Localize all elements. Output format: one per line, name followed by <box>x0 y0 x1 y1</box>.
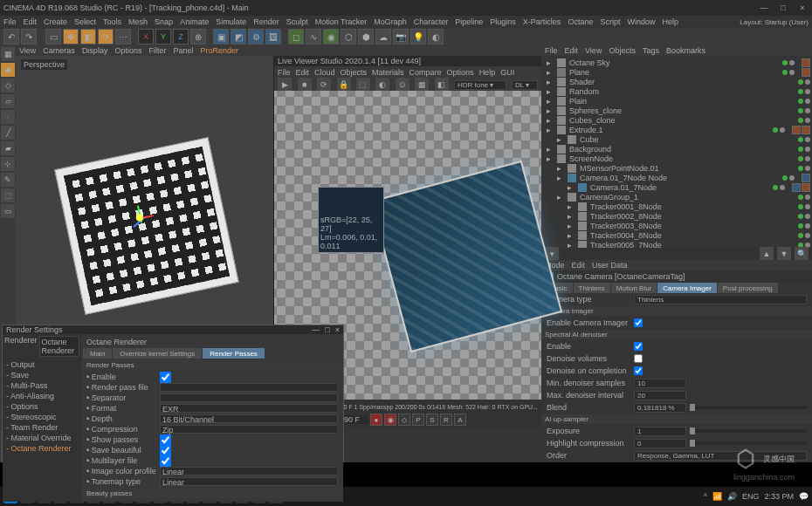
menu-create[interactable]: Create <box>44 17 67 26</box>
camera-type-dropdown[interactable]: Thinlens <box>634 295 807 304</box>
tree-item-cube[interactable]: ▸Cube <box>543 134 810 144</box>
tree-item-plane[interactable]: ▸Plane <box>543 67 810 77</box>
tree-item-plain[interactable]: ▸Plain <box>543 96 810 106</box>
keyframe-sel-button[interactable]: ◇ <box>398 414 410 426</box>
point-mode-button[interactable]: · <box>1 110 15 124</box>
scale-tool[interactable]: ◧ <box>80 29 96 44</box>
attr-tab-postprocessing[interactable]: Post processing <box>718 283 778 293</box>
lv-menu-materials[interactable]: Materials <box>372 68 404 77</box>
tree-item-octane-sky[interactable]: ▸Octane Sky <box>543 58 810 67</box>
move-tool[interactable]: ✥ <box>63 29 79 44</box>
rd-item-material-override[interactable]: - Material Override <box>4 433 79 443</box>
attr-menu-edit[interactable]: Edit <box>572 261 586 270</box>
render-settings-titlebar[interactable]: Render Settings — □ × <box>3 325 343 334</box>
om-menu-tags[interactable]: Tags <box>643 46 659 55</box>
add-deformer-button[interactable]: ⬢ <box>358 29 374 44</box>
rd-item-stereoscopic[interactable]: - Stereoscopic <box>4 412 79 422</box>
spectral-denoiser-group[interactable]: Spectral AI denoiser <box>541 330 812 339</box>
rd-item-options[interactable]: - Options <box>4 401 79 412</box>
dialog-minimize-button[interactable]: — <box>312 325 320 334</box>
tree-item-camera-01-7node-node[interactable]: ▸Camera.01_7Node Node <box>543 173 810 182</box>
menu-motiontracker[interactable]: Motion Tracker <box>315 17 368 26</box>
render-settings-button[interactable]: ⚙ <box>248 29 264 44</box>
axis-mode-button[interactable]: ⊹ <box>1 157 15 171</box>
lv-stop-button[interactable]: ■ <box>298 78 312 92</box>
camera-imager-group[interactable]: Camera Imager <box>541 306 812 316</box>
rd-tab-kernel[interactable]: Override kernel Settings <box>113 348 202 359</box>
tree-search-button[interactable]: 🔍 <box>795 247 809 261</box>
attr-tab-thinlens[interactable]: Thinlens <box>574 283 610 293</box>
lv-menu-options[interactable]: Options <box>447 68 474 77</box>
tray-language[interactable]: ENG <box>742 492 760 501</box>
window-close-button[interactable]: × <box>796 3 809 12</box>
tweak-mode-button[interactable]: ✎ <box>1 173 15 187</box>
lv-menu-gui[interactable]: GUI <box>500 68 514 77</box>
denoise-completion-checkbox[interactable] <box>634 366 643 375</box>
add-environment-button[interactable]: ☁ <box>375 29 391 44</box>
lv-menu-cloud[interactable]: Cloud <box>314 68 335 77</box>
tree-item-random[interactable]: ▸Random <box>543 86 810 96</box>
snap-button[interactable]: ⬚ <box>1 188 15 202</box>
menu-select[interactable]: Select <box>74 17 96 26</box>
exposure-field[interactable]: 1 <box>634 427 686 436</box>
hlcomp-slider[interactable] <box>690 441 807 445</box>
tree-item-tracker0003-8node[interactable]: ▸Tracker0003_8Node <box>543 221 810 230</box>
key-param-button[interactable]: A <box>454 414 466 426</box>
tree-nav-up-button[interactable]: ▲ <box>760 247 774 261</box>
enable-denoiser-checkbox[interactable] <box>634 342 643 351</box>
add-spline-button[interactable]: ∿ <box>306 29 321 44</box>
rd-separator-field[interactable] <box>160 393 338 402</box>
timeline-total-field[interactable]: 90 F <box>342 415 368 424</box>
rd-item-multi-pass[interactable]: - Multi-Pass <box>4 380 79 391</box>
tree-item-cameragroup-1[interactable]: ▸CameraGroup_1 <box>543 192 810 202</box>
menu-mograph[interactable]: MoGraph <box>374 17 407 26</box>
recent-tool[interactable]: ⋯ <box>115 29 131 44</box>
workplane-edit-button[interactable]: ▭ <box>1 204 15 218</box>
key-pos-button[interactable]: P <box>412 414 424 426</box>
tray-clock[interactable]: 2:33 PM <box>764 492 794 501</box>
window-minimize-button[interactable]: — <box>758 3 770 12</box>
lv-menu-compare[interactable]: Compare <box>409 68 442 77</box>
gizmo-center[interactable] <box>135 214 143 222</box>
menu-sculpt[interactable]: Sculpt <box>286 17 308 26</box>
rd-render-pass-file-field[interactable] <box>160 383 338 392</box>
make-editable-button[interactable]: ▦ <box>1 47 15 61</box>
blend-field[interactable]: 0.181818 % <box>634 403 686 413</box>
vpmenu-view[interactable]: View <box>19 46 36 55</box>
lv-channel-button[interactable]: ◧ <box>435 78 449 92</box>
rd-item-octane-renderer[interactable]: - Octane Renderer <box>4 443 79 454</box>
vpmenu-cameras[interactable]: Cameras <box>43 46 75 55</box>
min-denoiser-field[interactable]: 10 <box>634 379 686 388</box>
om-menu-view[interactable]: View <box>585 46 602 55</box>
hlcomp-field[interactable]: 0 <box>634 439 686 448</box>
menu-plugins[interactable]: Plugins <box>490 17 516 26</box>
key-rot-button[interactable]: R <box>440 414 452 426</box>
attr-menu-userdata[interactable]: User Data <box>592 261 628 270</box>
menu-edit[interactable]: Edit <box>24 17 38 26</box>
rd-image-color-profile-field[interactable]: Linear <box>160 467 338 475</box>
tree-item-tracker0002-8node[interactable]: ▸Tracker0002_8Node <box>543 211 810 221</box>
rd-enable-checkbox[interactable] <box>160 372 171 383</box>
vpmenu-prorender[interactable]: ProRender <box>200 46 238 55</box>
axis-lock-x[interactable]: X <box>138 29 154 44</box>
tree-item-tracker0001-8node[interactable]: ▸Tracker0001_8Node <box>543 202 810 211</box>
tray-volume-icon[interactable]: 🔊 <box>727 492 737 501</box>
menu-help[interactable]: Help <box>662 17 678 26</box>
rd-item-anti-aliasing[interactable]: - Anti-Aliasing <box>4 391 79 401</box>
axis-lock-z[interactable]: Z <box>173 29 189 44</box>
add-camera-button[interactable]: 📷 <box>393 29 409 44</box>
ai-upsampler-group[interactable]: AI up-sampler <box>541 414 812 424</box>
rotate-tool[interactable]: ⟳ <box>98 29 114 44</box>
axis-lock-y[interactable]: Y <box>155 29 171 44</box>
tray-chevron-icon[interactable]: ^ <box>704 492 707 501</box>
vpmenu-display[interactable]: Display <box>82 46 108 55</box>
menu-animate[interactable]: Animate <box>180 17 209 26</box>
menu-character[interactable]: Character <box>414 17 449 26</box>
tree-item-screennode[interactable]: ▸ScreenNode <box>543 154 810 163</box>
add-nurbs-button[interactable]: ◉ <box>323 29 339 44</box>
tree-item-shader[interactable]: ▸Shader <box>543 77 810 86</box>
add-octane-button[interactable]: ◐ <box>428 29 444 44</box>
rd-tonemap-type-field[interactable]: Linear <box>160 477 338 486</box>
poly-mode-button[interactable]: ▰ <box>1 141 15 155</box>
menu-snap[interactable]: Snap <box>155 17 173 26</box>
